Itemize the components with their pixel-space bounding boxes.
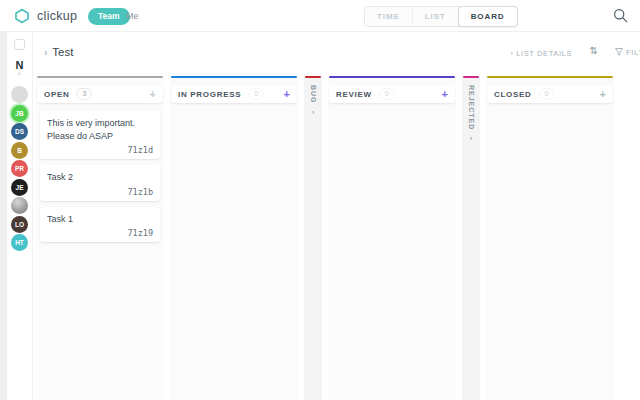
avatar[interactable]: LO	[11, 216, 28, 233]
add-task-button[interactable]: +	[600, 89, 606, 100]
board-column-closed: CLOSED 0 +	[486, 76, 614, 400]
avatar[interactable]: DS	[11, 123, 28, 140]
view-switcher: TIME LIST BOARD	[364, 6, 518, 27]
filter-label: FILTER	[626, 48, 640, 57]
column-color-line	[37, 76, 163, 78]
app-name: clickup	[37, 9, 77, 23]
add-task-button[interactable]: +	[284, 89, 290, 100]
task-title: Task 1	[47, 213, 153, 226]
collapse-caret-icon[interactable]: ^	[7, 71, 32, 79]
board-column-open: OPEN 3 + This is very important. Please …	[36, 76, 164, 400]
avatar[interactable]: JE	[11, 179, 28, 196]
board-column-collapsed-bug[interactable]: BUG ›	[304, 76, 322, 400]
tab-list[interactable]: LIST	[413, 7, 459, 26]
breadcrumb[interactable]: ›Test	[44, 46, 73, 58]
column-title: IN PROGRESS	[178, 90, 241, 99]
apps-grid-icon[interactable]	[14, 39, 25, 50]
task-title: This is very important. Please do ASAP	[47, 117, 153, 142]
list-toolbar: ›Test › LIST DETAILS ⇅ FILTER	[33, 32, 640, 70]
left-rail	[0, 32, 7, 400]
column-color-line	[329, 76, 455, 78]
task-count-badge: 0	[539, 88, 555, 100]
column-color-line	[171, 76, 297, 78]
task-count-badge: 0	[248, 88, 264, 100]
space-initial[interactable]: N	[7, 59, 32, 71]
column-title-vertical: BUG	[310, 85, 317, 104]
column-title: REVIEW	[336, 90, 372, 99]
avatar[interactable]: PR	[11, 160, 28, 177]
task-card[interactable]: This is very important. Please do ASAP 7…	[40, 111, 160, 159]
app-header: clickup Team Me TIME LIST BOARD	[0, 0, 640, 32]
column-color-line	[305, 76, 321, 78]
team-toggle-button[interactable]: Team	[88, 8, 130, 25]
expand-column-icon[interactable]: ›	[470, 134, 473, 143]
filter-funnel-icon	[615, 48, 623, 56]
task-card[interactable]: Task 2 71z1b	[40, 165, 160, 201]
list-details-label: LIST DETAILS	[516, 49, 572, 58]
clickup-logo-icon[interactable]	[14, 8, 30, 24]
avatar[interactable]: B	[11, 142, 28, 159]
column-color-line	[487, 76, 613, 78]
list-details-chevron-icon: ›	[511, 49, 514, 58]
column-header[interactable]: IN PROGRESS 0 +	[171, 85, 297, 103]
board-column-in-progress: IN PROGRESS 0 +	[170, 76, 298, 400]
task-id: 71z1d	[47, 145, 153, 155]
task-id: 71z1b	[47, 187, 153, 197]
filter-button[interactable]: FILTER	[615, 48, 640, 57]
task-id: 71z19	[47, 228, 153, 238]
column-header[interactable]: OPEN 3 +	[37, 85, 163, 103]
avatar[interactable]: JB	[11, 105, 28, 122]
sidebar: N ^ JB DS B PR JE LO HT	[7, 32, 33, 400]
search-icon[interactable]	[613, 8, 628, 23]
task-count-badge: 0	[379, 88, 395, 100]
avatar[interactable]: HT	[11, 234, 28, 251]
member-avatar-list: JB DS B PR JE LO HT	[7, 86, 32, 251]
column-header[interactable]: CLOSED 0 +	[487, 85, 613, 103]
task-title: Task 2	[47, 171, 153, 184]
column-color-line	[463, 76, 479, 78]
task-count-badge: 3	[76, 88, 92, 100]
avatar[interactable]	[11, 86, 28, 103]
me-toggle-button[interactable]: Me	[126, 11, 139, 21]
add-task-button[interactable]: +	[150, 89, 156, 100]
column-title: CLOSED	[494, 90, 532, 99]
tab-board[interactable]: BOARD	[458, 6, 518, 27]
expand-column-icon[interactable]: ›	[312, 108, 315, 117]
board-column-review: REVIEW 0 +	[328, 76, 456, 400]
list-details-button[interactable]: › LIST DETAILS	[511, 49, 573, 58]
avatar-photo[interactable]	[11, 197, 28, 214]
board-column-collapsed-rejected[interactable]: REJECTED ›	[462, 76, 480, 400]
column-header[interactable]: REVIEW 0 +	[329, 85, 455, 103]
breadcrumb-title: Test	[52, 46, 73, 58]
sort-icon[interactable]: ⇅	[590, 45, 598, 56]
kanban-board: OPEN 3 + This is very important. Please …	[33, 70, 640, 400]
add-task-button[interactable]: +	[442, 89, 448, 100]
column-title: OPEN	[44, 90, 69, 99]
breadcrumb-chevron-icon: ›	[44, 47, 47, 58]
tab-time[interactable]: TIME	[365, 7, 413, 26]
column-title-vertical: REJECTED	[468, 85, 475, 130]
task-card[interactable]: Task 1 71z19	[40, 207, 160, 243]
